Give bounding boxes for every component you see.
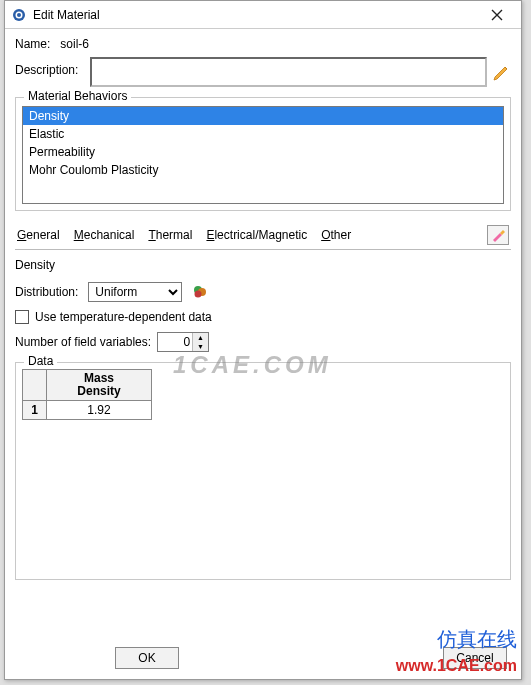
material-behaviors-group: Material Behaviors Density Elastic Perme… — [15, 97, 511, 211]
dialog-content: Name: soil-6 Description: Material Behav… — [5, 29, 521, 586]
category-tabs: General Mechanical Thermal Electrical/Ma… — [15, 219, 511, 250]
section-title: Density — [15, 258, 511, 272]
tab-thermal[interactable]: Thermal — [148, 228, 192, 242]
name-label: Name: — [15, 37, 50, 51]
data-table[interactable]: Mass Density 1 1.92 — [22, 369, 152, 420]
edit-material-dialog: Edit Material Name: soil-6 Description: … — [4, 0, 522, 680]
ok-button[interactable]: OK — [115, 647, 179, 669]
tab-mechanical[interactable]: Mechanical — [74, 228, 135, 242]
spinner-up-icon[interactable]: ▲ — [193, 333, 208, 342]
window-title: Edit Material — [33, 8, 100, 22]
behavior-item[interactable]: Permeability — [23, 143, 503, 161]
delete-behavior-button[interactable] — [487, 225, 509, 245]
description-input[interactable] — [90, 57, 487, 87]
behaviors-list[interactable]: Density Elastic Permeability Mohr Coulom… — [22, 106, 504, 204]
close-button[interactable] — [477, 3, 517, 27]
distribution-label: Distribution: — [15, 285, 78, 299]
field-variables-value: 0 — [162, 335, 192, 349]
edit-description-icon[interactable] — [493, 63, 511, 81]
temp-dependent-checkbox[interactable] — [15, 310, 29, 324]
svg-point-2 — [17, 13, 21, 17]
app-icon — [11, 7, 27, 23]
behavior-item[interactable]: Density — [23, 107, 503, 125]
spinner-down-icon[interactable]: ▼ — [193, 342, 208, 351]
distribution-select[interactable]: Uniform — [88, 282, 182, 302]
behavior-item[interactable]: Elastic — [23, 125, 503, 143]
brand-url-overlay: www.1CAE.com — [396, 657, 517, 675]
behavior-item[interactable]: Mohr Coulomb Plasticity — [23, 161, 503, 179]
tab-electrical[interactable]: Electrical/Magnetic — [206, 228, 307, 242]
data-group-title: Data — [24, 354, 57, 368]
brand-overlay: 仿真在线 — [437, 626, 517, 653]
data-group: Data Mass Density 1 1.92 — [15, 362, 511, 580]
name-value: soil-6 — [60, 37, 89, 51]
svg-point-5 — [195, 291, 202, 298]
distribution-icon[interactable] — [192, 284, 208, 300]
table-corner — [23, 370, 47, 401]
tab-general[interactable]: General — [17, 228, 60, 242]
tab-other[interactable]: Other — [321, 228, 351, 242]
temp-dependent-label: Use temperature-dependent data — [35, 310, 212, 324]
titlebar: Edit Material — [5, 1, 521, 29]
table-cell[interactable]: 1.92 — [47, 401, 152, 420]
field-variables-spinner[interactable]: 0 ▲ ▼ — [157, 332, 209, 352]
row-number: 1 — [23, 401, 47, 420]
field-variables-label: Number of field variables: — [15, 335, 151, 349]
material-behaviors-title: Material Behaviors — [24, 89, 131, 103]
table-row[interactable]: 1 1.92 — [23, 401, 152, 420]
description-label: Description: — [15, 57, 78, 77]
table-header: Mass Density — [47, 370, 152, 401]
